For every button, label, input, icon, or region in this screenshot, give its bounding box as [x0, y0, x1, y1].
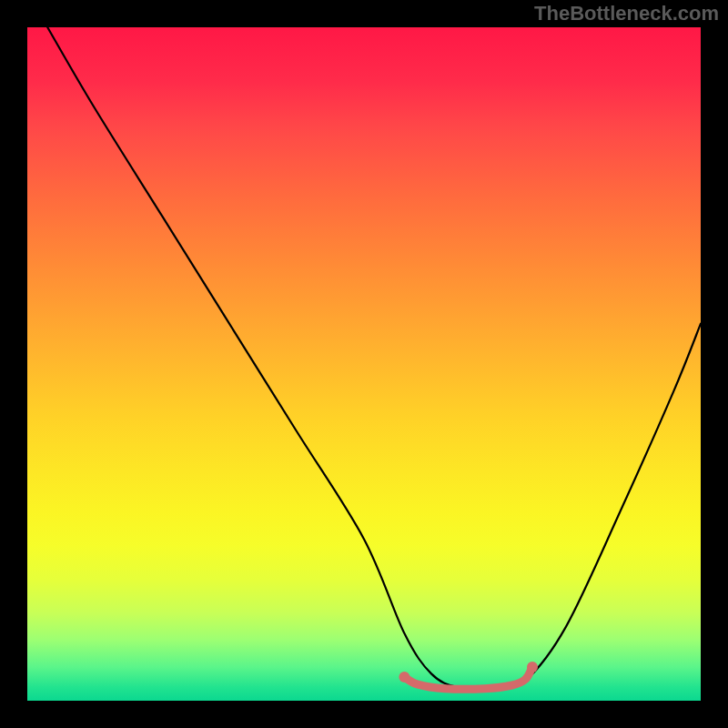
- bottleneck-curve-line: [47, 27, 701, 689]
- optimal-end-marker: [527, 662, 538, 672]
- watermark-text: TheBottleneck.com: [534, 2, 719, 25]
- plot-area: [27, 27, 701, 701]
- chart-frame: TheBottleneck.com: [0, 0, 728, 728]
- optimal-segment-line: [404, 667, 532, 689]
- chart-svg: [27, 27, 701, 701]
- optimal-start-marker: [399, 672, 410, 682]
